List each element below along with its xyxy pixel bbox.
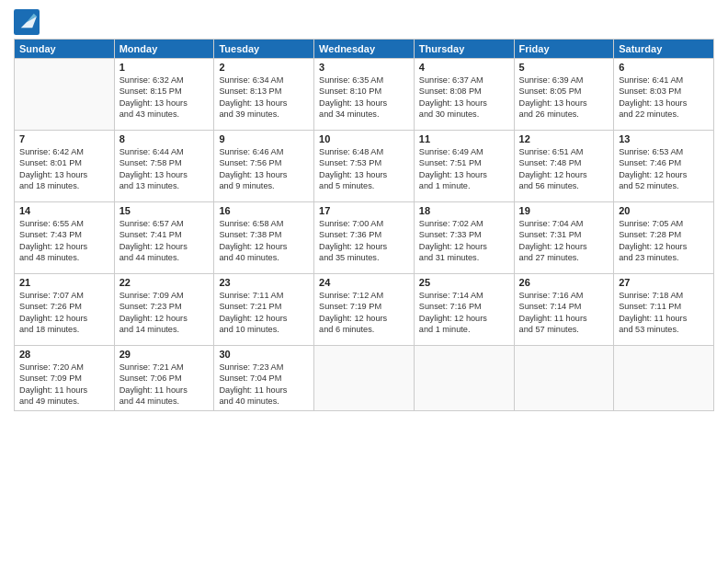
day-cell: 24Sunrise: 7:12 AMSunset: 7:19 PMDayligh… bbox=[314, 274, 415, 346]
day-cell: 26Sunrise: 7:16 AMSunset: 7:14 PMDayligh… bbox=[514, 274, 614, 346]
weekday-header-wednesday: Wednesday bbox=[314, 40, 415, 59]
day-cell: 9Sunrise: 6:46 AMSunset: 7:56 PMDaylight… bbox=[214, 131, 314, 202]
day-number: 14 bbox=[19, 205, 109, 216]
day-cell bbox=[314, 346, 415, 411]
day-cell: 22Sunrise: 7:09 AMSunset: 7:23 PMDayligh… bbox=[114, 274, 214, 346]
day-info: Sunrise: 7:20 AMSunset: 7:09 PMDaylight:… bbox=[19, 362, 109, 408]
day-cell: 17Sunrise: 7:00 AMSunset: 7:36 PMDayligh… bbox=[314, 202, 415, 274]
day-info: Sunrise: 6:55 AMSunset: 7:43 PMDaylight:… bbox=[19, 218, 109, 264]
header bbox=[14, 9, 714, 35]
day-info: Sunrise: 6:42 AMSunset: 8:01 PMDaylight:… bbox=[19, 146, 109, 192]
day-cell: 20Sunrise: 7:05 AMSunset: 7:28 PMDayligh… bbox=[614, 202, 714, 274]
day-info: Sunrise: 7:21 AMSunset: 7:06 PMDaylight:… bbox=[119, 362, 210, 408]
day-number: 18 bbox=[419, 205, 509, 216]
day-cell bbox=[614, 346, 714, 411]
day-info: Sunrise: 6:32 AMSunset: 8:15 PMDaylight:… bbox=[119, 75, 210, 121]
week-row-2: 7Sunrise: 6:42 AMSunset: 8:01 PMDaylight… bbox=[15, 131, 714, 202]
logo bbox=[14, 9, 43, 35]
day-info: Sunrise: 6:35 AMSunset: 8:10 PMDaylight:… bbox=[319, 75, 409, 121]
day-cell: 18Sunrise: 7:02 AMSunset: 7:33 PMDayligh… bbox=[414, 202, 514, 274]
day-number: 16 bbox=[219, 205, 309, 216]
weekday-header-tuesday: Tuesday bbox=[214, 40, 314, 59]
day-info: Sunrise: 6:39 AMSunset: 8:05 PMDaylight:… bbox=[519, 75, 609, 121]
day-info: Sunrise: 7:16 AMSunset: 7:14 PMDaylight:… bbox=[519, 290, 609, 336]
day-info: Sunrise: 6:53 AMSunset: 7:46 PMDaylight:… bbox=[619, 146, 709, 192]
weekday-header-friday: Friday bbox=[514, 40, 614, 59]
day-cell: 13Sunrise: 6:53 AMSunset: 7:46 PMDayligh… bbox=[614, 131, 714, 202]
day-number: 30 bbox=[219, 349, 309, 360]
day-number: 9 bbox=[219, 133, 309, 144]
weekday-header-saturday: Saturday bbox=[614, 40, 714, 59]
day-number: 12 bbox=[519, 133, 609, 144]
day-number: 10 bbox=[319, 133, 409, 144]
day-info: Sunrise: 7:09 AMSunset: 7:23 PMDaylight:… bbox=[119, 290, 210, 336]
weekday-header-row: SundayMondayTuesdayWednesdayThursdayFrid… bbox=[15, 40, 714, 59]
day-number: 27 bbox=[619, 277, 709, 288]
day-cell: 3Sunrise: 6:35 AMSunset: 8:10 PMDaylight… bbox=[314, 59, 415, 131]
week-row-4: 21Sunrise: 7:07 AMSunset: 7:26 PMDayligh… bbox=[15, 274, 714, 346]
day-number: 7 bbox=[19, 133, 109, 144]
day-number: 6 bbox=[619, 62, 709, 73]
weekday-header-sunday: Sunday bbox=[15, 40, 115, 59]
day-number: 23 bbox=[219, 277, 309, 288]
day-cell: 4Sunrise: 6:37 AMSunset: 8:08 PMDaylight… bbox=[414, 59, 514, 131]
day-cell bbox=[514, 346, 614, 411]
day-number: 13 bbox=[619, 133, 709, 144]
day-info: Sunrise: 7:18 AMSunset: 7:11 PMDaylight:… bbox=[619, 290, 709, 336]
day-cell: 15Sunrise: 6:57 AMSunset: 7:41 PMDayligh… bbox=[114, 202, 214, 274]
day-number: 25 bbox=[419, 277, 509, 288]
week-row-5: 28Sunrise: 7:20 AMSunset: 7:09 PMDayligh… bbox=[15, 346, 714, 411]
day-cell: 14Sunrise: 6:55 AMSunset: 7:43 PMDayligh… bbox=[15, 202, 115, 274]
day-number: 26 bbox=[519, 277, 609, 288]
day-cell: 11Sunrise: 6:49 AMSunset: 7:51 PMDayligh… bbox=[414, 131, 514, 202]
day-cell: 2Sunrise: 6:34 AMSunset: 8:13 PMDaylight… bbox=[214, 59, 314, 131]
day-number: 17 bbox=[319, 205, 409, 216]
day-info: Sunrise: 7:23 AMSunset: 7:04 PMDaylight:… bbox=[219, 362, 309, 408]
day-number: 28 bbox=[19, 349, 109, 360]
day-info: Sunrise: 7:05 AMSunset: 7:28 PMDaylight:… bbox=[619, 218, 709, 264]
day-info: Sunrise: 7:04 AMSunset: 7:31 PMDaylight:… bbox=[519, 218, 609, 264]
day-number: 8 bbox=[119, 133, 210, 144]
page-container: SundayMondayTuesdayWednesdayThursdayFrid… bbox=[0, 0, 728, 420]
day-number: 4 bbox=[419, 62, 509, 73]
day-cell: 29Sunrise: 7:21 AMSunset: 7:06 PMDayligh… bbox=[114, 346, 214, 411]
week-row-3: 14Sunrise: 6:55 AMSunset: 7:43 PMDayligh… bbox=[15, 202, 714, 274]
day-info: Sunrise: 7:02 AMSunset: 7:33 PMDaylight:… bbox=[419, 218, 509, 264]
day-cell: 23Sunrise: 7:11 AMSunset: 7:21 PMDayligh… bbox=[214, 274, 314, 346]
day-info: Sunrise: 6:34 AMSunset: 8:13 PMDaylight:… bbox=[219, 75, 309, 121]
weekday-header-thursday: Thursday bbox=[414, 40, 514, 59]
day-info: Sunrise: 6:44 AMSunset: 7:58 PMDaylight:… bbox=[119, 146, 210, 192]
day-number: 19 bbox=[519, 205, 609, 216]
day-info: Sunrise: 6:51 AMSunset: 7:48 PMDaylight:… bbox=[519, 146, 609, 192]
day-number: 2 bbox=[219, 62, 309, 73]
day-cell: 7Sunrise: 6:42 AMSunset: 8:01 PMDaylight… bbox=[15, 131, 115, 202]
day-cell: 16Sunrise: 6:58 AMSunset: 7:38 PMDayligh… bbox=[214, 202, 314, 274]
day-number: 29 bbox=[119, 349, 210, 360]
day-info: Sunrise: 6:49 AMSunset: 7:51 PMDaylight:… bbox=[419, 146, 509, 192]
day-cell: 8Sunrise: 6:44 AMSunset: 7:58 PMDaylight… bbox=[114, 131, 214, 202]
day-cell: 27Sunrise: 7:18 AMSunset: 7:11 PMDayligh… bbox=[614, 274, 714, 346]
day-info: Sunrise: 6:46 AMSunset: 7:56 PMDaylight:… bbox=[219, 146, 309, 192]
day-info: Sunrise: 7:12 AMSunset: 7:19 PMDaylight:… bbox=[319, 290, 409, 336]
day-cell: 12Sunrise: 6:51 AMSunset: 7:48 PMDayligh… bbox=[514, 131, 614, 202]
day-number: 22 bbox=[119, 277, 210, 288]
day-info: Sunrise: 6:58 AMSunset: 7:38 PMDaylight:… bbox=[219, 218, 309, 264]
day-number: 21 bbox=[19, 277, 109, 288]
day-number: 15 bbox=[119, 205, 210, 216]
day-info: Sunrise: 6:37 AMSunset: 8:08 PMDaylight:… bbox=[419, 75, 509, 121]
day-info: Sunrise: 7:11 AMSunset: 7:21 PMDaylight:… bbox=[219, 290, 309, 336]
day-cell bbox=[15, 59, 115, 131]
day-info: Sunrise: 6:57 AMSunset: 7:41 PMDaylight:… bbox=[119, 218, 210, 264]
day-cell bbox=[414, 346, 514, 411]
day-info: Sunrise: 7:14 AMSunset: 7:16 PMDaylight:… bbox=[419, 290, 509, 336]
day-cell: 6Sunrise: 6:41 AMSunset: 8:03 PMDaylight… bbox=[614, 59, 714, 131]
day-info: Sunrise: 7:07 AMSunset: 7:26 PMDaylight:… bbox=[19, 290, 109, 336]
calendar-table: SundayMondayTuesdayWednesdayThursdayFrid… bbox=[14, 39, 714, 411]
day-number: 20 bbox=[619, 205, 709, 216]
day-cell: 21Sunrise: 7:07 AMSunset: 7:26 PMDayligh… bbox=[15, 274, 115, 346]
day-info: Sunrise: 6:48 AMSunset: 7:53 PMDaylight:… bbox=[319, 146, 409, 192]
day-number: 3 bbox=[319, 62, 409, 73]
day-cell: 1Sunrise: 6:32 AMSunset: 8:15 PMDaylight… bbox=[114, 59, 214, 131]
weekday-header-monday: Monday bbox=[114, 40, 214, 59]
day-cell: 19Sunrise: 7:04 AMSunset: 7:31 PMDayligh… bbox=[514, 202, 614, 274]
